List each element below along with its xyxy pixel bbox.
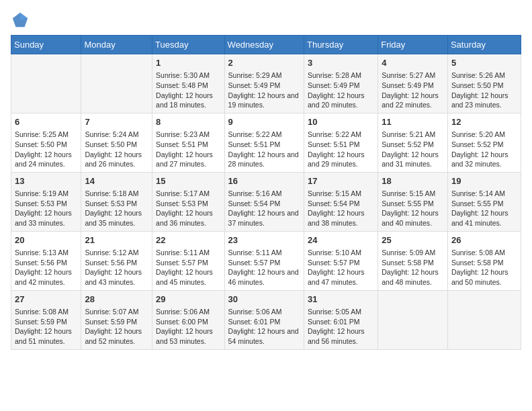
cell-2-5: 10Sunrise: 5:22 AMSunset: 5:51 PMDayligh…	[304, 113, 378, 172]
sunrise-info: Sunrise: 5:20 AMSunset: 5:52 PMDaylight:…	[451, 130, 508, 168]
sunrise-info: Sunrise: 5:26 AMSunset: 5:50 PMDaylight:…	[451, 71, 508, 109]
week-row-2: 6Sunrise: 5:25 AMSunset: 5:50 PMDaylight…	[11, 113, 521, 172]
col-thursday: Thursday	[304, 36, 378, 54]
day-number: 11	[382, 116, 444, 128]
sunrise-info: Sunrise: 5:27 AMSunset: 5:49 PMDaylight:…	[382, 71, 439, 109]
cell-2-2: 7Sunrise: 5:24 AMSunset: 5:50 PMDaylight…	[81, 113, 152, 172]
col-friday: Friday	[378, 36, 448, 54]
cell-2-4: 9Sunrise: 5:22 AMSunset: 5:51 PMDaylight…	[224, 113, 304, 172]
cell-5-2: 28Sunrise: 5:07 AMSunset: 5:59 PMDayligh…	[81, 290, 152, 349]
day-number: 23	[228, 234, 300, 246]
sunrise-info: Sunrise: 5:22 AMSunset: 5:51 PMDaylight:…	[228, 130, 299, 168]
sunrise-info: Sunrise: 5:07 AMSunset: 5:59 PMDaylight:…	[85, 308, 142, 345]
cell-5-7	[447, 290, 521, 349]
day-number: 2	[228, 57, 300, 69]
day-number: 18	[382, 175, 444, 187]
day-number: 8	[156, 116, 220, 128]
sunrise-info: Sunrise: 5:15 AMSunset: 5:55 PMDaylight:…	[382, 189, 439, 227]
header-row: Sunday Monday Tuesday Wednesday Thursday…	[11, 36, 521, 54]
logo-icon	[11, 11, 30, 30]
cell-5-1: 27Sunrise: 5:08 AMSunset: 5:59 PMDayligh…	[11, 290, 81, 349]
cell-3-3: 15Sunrise: 5:17 AMSunset: 5:53 PMDayligh…	[152, 172, 224, 231]
sunrise-info: Sunrise: 5:12 AMSunset: 5:56 PMDaylight:…	[85, 248, 142, 286]
day-number: 30	[228, 293, 300, 306]
day-number: 3	[308, 57, 374, 69]
day-number: 9	[228, 116, 300, 128]
day-number: 13	[15, 175, 77, 187]
col-saturday: Saturday	[447, 36, 521, 54]
week-row-1: 1Sunrise: 5:30 AMSunset: 5:48 PMDaylight…	[11, 54, 521, 113]
sunrise-info: Sunrise: 5:05 AMSunset: 6:01 PMDaylight:…	[308, 308, 365, 345]
sunrise-info: Sunrise: 5:25 AMSunset: 5:50 PMDaylight:…	[15, 130, 72, 168]
sunrise-info: Sunrise: 5:21 AMSunset: 5:52 PMDaylight:…	[382, 130, 439, 168]
cell-3-2: 14Sunrise: 5:18 AMSunset: 5:53 PMDayligh…	[81, 172, 152, 231]
day-number: 17	[308, 175, 374, 187]
sunrise-info: Sunrise: 5:17 AMSunset: 5:53 PMDaylight:…	[156, 189, 213, 227]
sunrise-info: Sunrise: 5:14 AMSunset: 5:55 PMDaylight:…	[451, 189, 508, 227]
cell-1-1	[11, 54, 81, 113]
cell-1-7: 5Sunrise: 5:26 AMSunset: 5:50 PMDaylight…	[447, 54, 521, 113]
cell-3-5: 17Sunrise: 5:15 AMSunset: 5:54 PMDayligh…	[304, 172, 378, 231]
day-number: 27	[15, 293, 77, 306]
week-row-4: 20Sunrise: 5:13 AMSunset: 5:56 PMDayligh…	[11, 231, 521, 290]
sunrise-info: Sunrise: 5:24 AMSunset: 5:50 PMDaylight:…	[85, 130, 142, 168]
cell-5-6	[378, 290, 448, 349]
day-number: 4	[382, 57, 444, 69]
day-number: 7	[85, 116, 148, 128]
col-monday: Monday	[81, 36, 152, 54]
day-number: 21	[85, 234, 148, 246]
sunrise-info: Sunrise: 5:16 AMSunset: 5:54 PMDaylight:…	[228, 189, 299, 227]
day-number: 29	[156, 293, 220, 306]
sunrise-info: Sunrise: 5:08 AMSunset: 5:58 PMDaylight:…	[451, 248, 508, 286]
calendar-table: Sunday Monday Tuesday Wednesday Thursday…	[11, 35, 521, 350]
page-header	[11, 11, 521, 30]
cell-4-6: 25Sunrise: 5:09 AMSunset: 5:58 PMDayligh…	[378, 231, 448, 290]
sunrise-info: Sunrise: 5:23 AMSunset: 5:51 PMDaylight:…	[156, 130, 213, 168]
cell-3-1: 13Sunrise: 5:19 AMSunset: 5:53 PMDayligh…	[11, 172, 81, 231]
sunrise-info: Sunrise: 5:19 AMSunset: 5:53 PMDaylight:…	[15, 189, 72, 227]
day-number: 6	[15, 116, 77, 128]
cell-2-1: 6Sunrise: 5:25 AMSunset: 5:50 PMDaylight…	[11, 113, 81, 172]
day-number: 12	[451, 116, 517, 128]
cell-4-3: 22Sunrise: 5:11 AMSunset: 5:57 PMDayligh…	[152, 231, 224, 290]
sunrise-info: Sunrise: 5:06 AMSunset: 6:01 PMDaylight:…	[228, 308, 299, 345]
day-number: 1	[156, 57, 220, 69]
cell-3-6: 18Sunrise: 5:15 AMSunset: 5:55 PMDayligh…	[378, 172, 448, 231]
day-number: 31	[308, 293, 374, 306]
day-number: 14	[85, 175, 148, 187]
cell-5-4: 30Sunrise: 5:06 AMSunset: 6:01 PMDayligh…	[224, 290, 304, 349]
sunrise-info: Sunrise: 5:28 AMSunset: 5:49 PMDaylight:…	[308, 71, 365, 109]
sunrise-info: Sunrise: 5:09 AMSunset: 5:58 PMDaylight:…	[382, 248, 439, 286]
sunrise-info: Sunrise: 5:15 AMSunset: 5:54 PMDaylight:…	[308, 189, 365, 227]
cell-1-5: 3Sunrise: 5:28 AMSunset: 5:49 PMDaylight…	[304, 54, 378, 113]
cell-1-4: 2Sunrise: 5:29 AMSunset: 5:49 PMDaylight…	[224, 54, 304, 113]
sunrise-info: Sunrise: 5:11 AMSunset: 5:57 PMDaylight:…	[156, 248, 213, 286]
cell-3-4: 16Sunrise: 5:16 AMSunset: 5:54 PMDayligh…	[224, 172, 304, 231]
sunrise-info: Sunrise: 5:22 AMSunset: 5:51 PMDaylight:…	[308, 130, 365, 168]
sunrise-info: Sunrise: 5:06 AMSunset: 6:00 PMDaylight:…	[156, 308, 213, 345]
day-number: 20	[15, 234, 77, 246]
day-number: 26	[451, 234, 517, 246]
sunrise-info: Sunrise: 5:29 AMSunset: 5:49 PMDaylight:…	[228, 71, 299, 109]
day-number: 24	[308, 234, 374, 246]
week-row-3: 13Sunrise: 5:19 AMSunset: 5:53 PMDayligh…	[11, 172, 521, 231]
cell-2-7: 12Sunrise: 5:20 AMSunset: 5:52 PMDayligh…	[447, 113, 521, 172]
day-number: 10	[308, 116, 374, 128]
sunrise-info: Sunrise: 5:30 AMSunset: 5:48 PMDaylight:…	[156, 71, 213, 109]
sunrise-info: Sunrise: 5:10 AMSunset: 5:57 PMDaylight:…	[308, 248, 365, 286]
cell-4-2: 21Sunrise: 5:12 AMSunset: 5:56 PMDayligh…	[81, 231, 152, 290]
calendar-body: 1Sunrise: 5:30 AMSunset: 5:48 PMDaylight…	[11, 54, 521, 350]
day-number: 25	[382, 234, 444, 246]
day-number: 22	[156, 234, 220, 246]
col-tuesday: Tuesday	[152, 36, 224, 54]
sunrise-info: Sunrise: 5:18 AMSunset: 5:53 PMDaylight:…	[85, 189, 142, 227]
logo	[11, 11, 31, 30]
cell-4-1: 20Sunrise: 5:13 AMSunset: 5:56 PMDayligh…	[11, 231, 81, 290]
col-wednesday: Wednesday	[224, 36, 304, 54]
cell-5-3: 29Sunrise: 5:06 AMSunset: 6:00 PMDayligh…	[152, 290, 224, 349]
col-sunday: Sunday	[11, 36, 81, 54]
day-number: 16	[228, 175, 300, 187]
week-row-5: 27Sunrise: 5:08 AMSunset: 5:59 PMDayligh…	[11, 290, 521, 349]
cell-1-3: 1Sunrise: 5:30 AMSunset: 5:48 PMDaylight…	[152, 54, 224, 113]
day-number: 15	[156, 175, 220, 187]
